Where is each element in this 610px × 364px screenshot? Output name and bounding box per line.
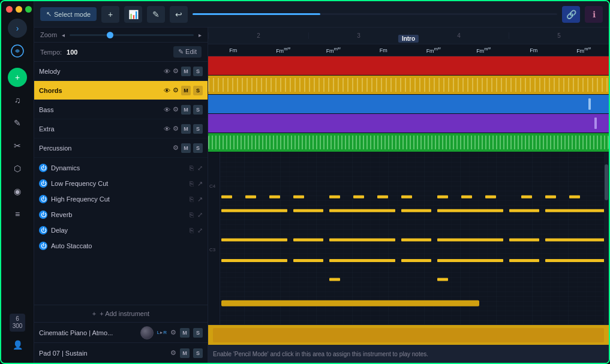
svg-rect-35: [221, 259, 287, 262]
chart-button[interactable]: 📊: [124, 6, 142, 23]
piano-bar-fill: [213, 328, 604, 342]
copy-icon-delay[interactable]: ⎘: [190, 227, 194, 234]
effect-power-lf-cut[interactable]: ⏻: [39, 179, 47, 188]
track-row-bass[interactable]: Bass 👁 ⚙ M S: [34, 100, 208, 119]
svg-rect-40: [509, 259, 539, 262]
track-bar-bass: [208, 95, 609, 114]
solo-btn-chords[interactable]: S: [193, 86, 203, 95]
info-button[interactable]: ℹ: [585, 6, 603, 23]
mute-btn-pad[interactable]: M: [180, 348, 190, 358]
gear-icon-extra[interactable]: ⚙: [173, 125, 179, 133]
track-row-melody[interactable]: Melody 👁 ⚙ M S: [34, 62, 208, 81]
effect-power-dynamics[interactable]: ⏻: [39, 164, 47, 172]
solo-btn-extra[interactable]: S: [193, 124, 203, 134]
eye-icon-extra[interactable]: 👁: [164, 125, 170, 133]
mute-btn-chords[interactable]: M: [181, 86, 191, 95]
svg-rect-42: [329, 278, 340, 281]
circle-icon[interactable]: ◉: [8, 182, 27, 201]
mute-btn-melody[interactable]: M: [181, 67, 191, 76]
gear-icon-melody[interactable]: ⚙: [173, 67, 179, 75]
mute-btn-extra[interactable]: M: [181, 124, 191, 134]
chord-fm2-1: Fmm³²: [259, 46, 309, 54]
instrument-knob-piano[interactable]: [140, 326, 154, 339]
track-name-melody: Melody: [39, 68, 164, 75]
expand-icon-hf-cut[interactable]: ↗: [197, 195, 203, 203]
pencil-button[interactable]: ✎: [147, 6, 165, 23]
scissors-icon[interactable]: ✂: [8, 136, 27, 155]
add-instrument-button[interactable]: + + Add instrument: [34, 305, 208, 322]
solo-btn-bass[interactable]: S: [193, 105, 203, 115]
svg-rect-17: [485, 195, 496, 198]
expand-icon-delay[interactable]: ⤢: [197, 227, 203, 234]
eye-icon-melody[interactable]: 👁: [164, 68, 170, 75]
user-icon[interactable]: 👤: [8, 335, 27, 354]
tempo-row: Tempo: 100 ✎ Edit: [34, 43, 208, 62]
sidebar-nav-icon[interactable]: ›: [8, 19, 27, 38]
effect-power-reverb[interactable]: ⏻: [39, 210, 47, 219]
effects-list: ⏻ Dynamics ⎘ ⤢ ⏻ Low Frequency Cut ⎘ ↗ ⏻…: [34, 158, 208, 305]
copy-icon-lf-cut[interactable]: ⎘: [190, 180, 194, 187]
svg-rect-34: [545, 239, 609, 242]
effect-power-delay[interactable]: ⏻: [39, 226, 47, 234]
add-button[interactable]: +: [101, 6, 119, 23]
zoom-out-icon[interactable]: ◂: [62, 32, 65, 38]
expand-icon-dynamics[interactable]: ⤢: [197, 164, 203, 172]
add-instrument-label: + Add instrument: [100, 310, 149, 317]
track-row-extra[interactable]: Extra 👁 ⚙ M S: [34, 119, 208, 139]
chord-markers-row: Fm Fmm³² Fmm³² Fm Fmm³² Fmm³² Fm Fmm³²: [208, 44, 609, 56]
svg-rect-23: [329, 209, 395, 212]
hex-icon[interactable]: ⬡: [8, 159, 27, 178]
svg-rect-39: [437, 259, 503, 262]
zoom-in-icon[interactable]: ▸: [199, 32, 202, 38]
timeline-numbers: Intro 2 3 4 5: [208, 32, 609, 39]
gear-icon-pad[interactable]: ⚙: [170, 349, 176, 357]
effect-power-hf-cut[interactable]: ⏻: [39, 195, 47, 203]
select-mode-button[interactable]: ↖ Select mode: [40, 7, 97, 21]
track-row-chords[interactable]: Chords 👁 ⚙ M S: [34, 81, 208, 100]
track-controls-melody: 👁 ⚙ M S: [164, 67, 203, 76]
minimize-button[interactable]: [16, 6, 22, 13]
gear-icon-percussion[interactable]: ⚙: [173, 144, 179, 152]
solo-btn-piano[interactable]: S: [193, 328, 203, 338]
copy-icon-reverb[interactable]: ⎘: [190, 211, 194, 218]
mute-btn-bass[interactable]: M: [181, 105, 191, 115]
add-icon[interactable]: +: [8, 68, 27, 87]
expand-icon-lf-cut[interactable]: ↗: [197, 180, 203, 188]
effect-power-auto-staccato[interactable]: ⏻: [39, 242, 47, 250]
maximize-button[interactable]: [25, 6, 32, 13]
content-area: Zoom ◂ ▸ Tempo: 100 ✎ Edit Melody: [34, 28, 609, 363]
bottom-instrument-bar-pad[interactable]: Enable 'Pencil Mode' and click in this a…: [208, 345, 609, 363]
music-icon[interactable]: ♫: [8, 91, 27, 110]
solo-btn-percussion[interactable]: S: [193, 143, 203, 153]
instrument-row-pad: Pad 07 | Sustain ⚙ M S: [34, 342, 208, 363]
zoom-slider[interactable]: [70, 34, 194, 36]
edit-tempo-button[interactable]: ✎ Edit: [173, 46, 202, 58]
piano-grid[interactable]: C4 C3: [208, 152, 609, 324]
copy-icon-dynamics[interactable]: ⎘: [190, 164, 194, 172]
eye-icon-bass[interactable]: 👁: [164, 106, 170, 113]
solo-btn-melody[interactable]: S: [193, 67, 203, 76]
mute-btn-piano[interactable]: M: [180, 328, 190, 338]
solo-btn-pad[interactable]: S: [193, 348, 203, 358]
mute-btn-percussion[interactable]: M: [181, 143, 191, 153]
close-button[interactable]: [6, 6, 13, 13]
gear-icon-piano[interactable]: ⚙: [170, 329, 176, 336]
edit-icon[interactable]: ✎: [8, 113, 27, 133]
scrollbar-v[interactable]: [604, 152, 609, 324]
gear-icon-chords[interactable]: ⚙: [173, 86, 179, 94]
track-row-percussion[interactable]: Percussion ⚙ M S: [34, 139, 208, 158]
gear-icon-bass[interactable]: ⚙: [173, 106, 179, 113]
link-button[interactable]: 🔗: [562, 6, 580, 23]
lr-indicator-piano: L▸R: [157, 330, 167, 335]
track-controls-chords: 👁 ⚙ M S: [164, 86, 203, 95]
timeline-mark-4: 4: [408, 32, 509, 39]
expand-icon-reverb[interactable]: ⤢: [197, 211, 203, 219]
instrument-name-piano: Cinematic Piano | Atmo...: [39, 329, 137, 336]
menu-icon[interactable]: ≡: [8, 204, 27, 224]
undo-button[interactable]: ↩: [170, 6, 188, 23]
svg-rect-8: [245, 195, 256, 198]
effect-row-dynamics: ⏻ Dynamics ⎘ ⤢: [34, 160, 208, 176]
effect-row-reverb: ⏻ Reverb ⎘ ⤢: [34, 207, 208, 222]
copy-icon-hf-cut[interactable]: ⎘: [190, 195, 194, 203]
eye-icon-chords[interactable]: 👁: [164, 87, 170, 94]
